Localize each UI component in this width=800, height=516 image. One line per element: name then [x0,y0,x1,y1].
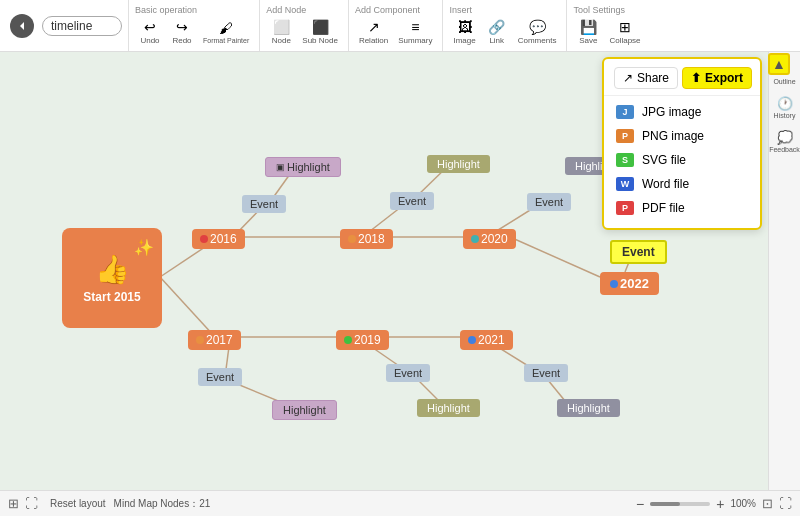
jpg-icon: J [616,105,634,119]
back-button[interactable] [10,14,34,38]
insert-label: Insert [449,5,560,15]
year-2017-node[interactable]: 2017 [188,330,241,350]
format-painter-button[interactable]: 🖌Format Painter [199,17,253,47]
share-icon: ↗ [623,71,633,85]
node-count-label: Mind Map Nodes：21 [114,497,211,511]
start-2015-node[interactable]: ✨ 👍 Start 2015 [62,228,162,328]
export-dropdown-header: ↗ Share ⬆ Export [604,67,760,96]
history-button[interactable]: 🕐 History [772,94,798,120]
add-component-label: Add Component [355,5,437,15]
export-jpg-item[interactable]: J JPG image [604,100,760,124]
summary-button[interactable]: ≡Summary [394,17,436,47]
basic-operation-section: Basic operation ↩Undo ↪Redo 🖌Format Pain… [129,0,260,51]
link-button[interactable]: 🔗Link [482,17,512,47]
event-2016-node[interactable]: Event [242,195,286,213]
save-button[interactable]: 💾Save [573,17,603,47]
undo-button[interactable]: ↩Undo [135,17,165,47]
feedback-button[interactable]: 💭 Feedback [772,128,798,154]
export-button[interactable]: ⬆ Export [682,67,752,89]
zoom-out-button[interactable]: − [636,496,644,512]
reset-layout-button[interactable]: Reset layout [50,498,106,509]
highlight-2018-node[interactable]: Highlight [427,155,490,173]
event-2018-node[interactable]: Event [390,192,434,210]
pdf-icon: P [616,201,634,215]
word-icon: W [616,177,634,191]
highlight-2017-node[interactable]: Highlight [272,400,337,420]
year-2019-node[interactable]: 2019 [336,330,389,350]
export-icon: ⬆ [691,71,701,85]
fullscreen-icon[interactable]: ⛶ [25,496,38,511]
relation-button[interactable]: ↗Relation [355,17,392,47]
arrow-up-indicator: ▲ [768,53,790,75]
fit-screen-icon[interactable]: ⊡ [762,496,773,511]
export-pdf-item[interactable]: P PDF file [604,196,760,220]
zoom-level-label: 100% [730,498,756,509]
redo-button[interactable]: ↪Redo [167,17,197,47]
svg-line-2 [160,277,215,337]
svg-line-7 [510,237,600,277]
feedback-icon: 💭 [777,130,793,145]
zoom-bar-fill [650,502,680,506]
tool-settings-section: Tool Settings 💾Save ⊞Collapse [567,0,650,51]
zoom-controls: − + 100% ⊡ ⛶ [636,496,792,512]
tab-section [4,0,129,51]
node-button[interactable]: ⬜Node [266,17,296,47]
svg-icon: S [616,153,634,167]
event-2022-node[interactable]: Event [610,240,667,264]
year-2020-node[interactable]: 2020 [463,229,516,249]
add-component-section: Add Component ↗Relation ≡Summary [349,0,444,51]
fullscreen-toggle-icon[interactable]: ⛶ [779,496,792,511]
event-2019-node[interactable]: Event [386,364,430,382]
dot-2022 [610,280,618,288]
export-dropdown: ↗ Share ⬆ Export J JPG image P PNG image… [602,57,762,230]
insert-section: Insert 🖼Image 🔗Link 💬Comments [443,0,567,51]
event-2021-node[interactable]: Event [524,364,568,382]
share-button[interactable]: ↗ Share [614,67,678,89]
year-2022-node[interactable]: 2022 [600,272,659,295]
zoom-bar[interactable] [650,502,710,506]
event-2020-node[interactable]: Event [527,193,571,211]
year-2021-node[interactable]: 2021 [460,330,513,350]
start-label: Start 2015 [83,290,140,304]
collapse-button[interactable]: ⊞Collapse [605,17,644,47]
add-node-section: Add Node ⬜Node ⬛Sub Node [260,0,349,51]
comments-button[interactable]: 💬Comments [514,17,561,47]
dot-2020 [471,235,479,243]
tool-settings-label: Tool Settings [573,5,644,15]
zoom-in-button[interactable]: + [716,496,724,512]
export-word-item[interactable]: W Word file [604,172,760,196]
history-icon: 🕐 [777,96,793,111]
bottom-left-icons: ⊞ ⛶ [8,496,38,511]
highlight-2019-node[interactable]: Highlight [417,399,480,417]
sparkles-icon: ✨ [134,238,154,257]
app: Basic operation ↩Undo ↪Redo 🖌Format Pain… [0,0,800,516]
bottom-center-info: Reset layout Mind Map Nodes：21 [50,497,210,511]
export-png-item[interactable]: P PNG image [604,124,760,148]
event-2017-node[interactable]: Event [198,368,242,386]
dot-2019 [344,336,352,344]
arrow-up-icon: ▲ [772,56,786,72]
dot-2017 [196,336,204,344]
highlight-2021-node[interactable]: Highlight [557,399,620,417]
tab-name-input[interactable] [42,16,122,36]
year-2018-node[interactable]: 2018 [340,229,393,249]
basic-operation-label: Basic operation [135,5,253,15]
toolbar: Basic operation ↩Undo ↪Redo 🖌Format Pain… [0,0,800,52]
png-icon: P [616,129,634,143]
export-svg-item[interactable]: S SVG file [604,148,760,172]
svg-marker-0 [20,22,24,30]
highlight-2016-node[interactable]: ▣ Highlight [265,157,341,177]
add-node-label: Add Node [266,5,342,15]
dot-2016 [200,235,208,243]
dot-2018 [348,235,356,243]
dot-2021 [468,336,476,344]
bottom-bar: ⊞ ⛶ Reset layout Mind Map Nodes：21 − + 1… [0,490,800,516]
year-2016-node[interactable]: 2016 [192,229,245,249]
thumbs-up-icon: 👍 [95,253,130,286]
right-sidebar: ≡ Outline 🕐 History 💭 Feedback [768,52,800,490]
sub-node-button[interactable]: ⬛Sub Node [298,17,342,47]
grid-icon[interactable]: ⊞ [8,496,19,511]
image-button[interactable]: 🖼Image [449,17,479,47]
